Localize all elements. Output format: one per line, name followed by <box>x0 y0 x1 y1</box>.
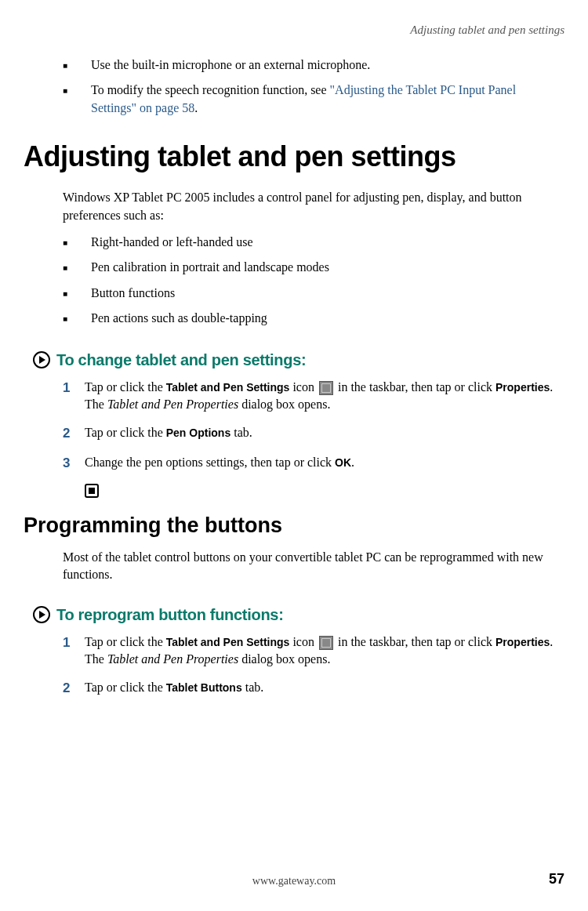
text: Change the pen options settings, then ta… <box>85 456 335 469</box>
step-text: Tap or click the Tablet and Pen Settings… <box>85 379 564 414</box>
text: Tap or click the <box>85 380 166 394</box>
footer-url: www.gateway.com <box>252 875 336 887</box>
bullet-text: Pen calibration in portrait and landscap… <box>91 259 564 276</box>
bullet-icon: ■ <box>63 234 91 251</box>
ui-label: Pen Options <box>166 426 230 439</box>
bullet-icon: ■ <box>63 285 91 302</box>
procedure-heading: To reprogram button functions: <box>33 606 564 624</box>
text: . <box>351 456 354 469</box>
tablet-pen-settings-icon <box>319 636 333 650</box>
ui-label: OK <box>335 456 351 469</box>
ui-label: Tablet Buttons <box>166 681 242 694</box>
section-heading: Adjusting tablet and pen settings <box>24 140 564 173</box>
procedure-steps: 1 Tap or click the Tablet and Pen Settin… <box>63 633 564 699</box>
body-paragraph: Most of the tablet control buttons on yo… <box>63 549 564 584</box>
step-text: Tap or click the Tablet and Pen Settings… <box>85 633 564 669</box>
text: Tap or click the <box>85 426 166 439</box>
procedure-heading: To change tablet and pen settings: <box>33 351 564 369</box>
step-item: 3 Change the pen options settings, then … <box>63 454 564 473</box>
stop-icon <box>85 484 99 498</box>
list-item: ■ To modify the speech recognition funct… <box>63 82 564 117</box>
text: in the taskbar, then tap or click <box>335 635 495 648</box>
preferences-bullet-list: ■ Right-handed or left-handed use ■ Pen … <box>63 234 564 328</box>
text: Tap or click the <box>85 635 166 648</box>
dialog-name: Tablet and Pen Properties <box>107 652 238 666</box>
procedure-title: To reprogram button functions: <box>56 606 284 624</box>
text: dialog box opens. <box>238 652 330 666</box>
step-text: Tap or click the Tablet Buttons tab. <box>85 679 564 698</box>
text: icon <box>289 635 318 648</box>
text: in the taskbar, then tap or click <box>335 380 495 394</box>
bullet-icon: ■ <box>63 310 91 327</box>
bullet-icon: ■ <box>63 259 91 276</box>
list-item: ■ Pen calibration in portrait and landsc… <box>63 259 564 276</box>
dialog-name: Tablet and Pen Properties <box>107 397 238 411</box>
step-number: 3 <box>63 454 85 473</box>
step-number: 1 <box>63 633 85 669</box>
ui-label: Properties <box>495 636 550 648</box>
play-icon <box>33 606 50 623</box>
step-item: 1 Tap or click the Tablet and Pen Settin… <box>63 633 564 669</box>
list-item: ■ Right-handed or left-handed use <box>63 234 564 251</box>
step-text: Tap or click the Pen Options tab. <box>85 424 564 443</box>
bullet-text-suffix: . <box>194 101 198 114</box>
bullet-text: To modify the speech recognition functio… <box>91 82 564 117</box>
running-head: Adjusting tablet and pen settings <box>24 24 564 37</box>
ui-label: Properties <box>495 381 550 394</box>
step-number: 2 <box>63 679 85 698</box>
list-item: ■ Pen actions such as double-tapping <box>63 310 564 327</box>
body-paragraph: Windows XP Tablet PC 2005 includes a con… <box>63 189 564 224</box>
tablet-pen-settings-icon <box>319 381 333 395</box>
bullet-text: Button functions <box>91 285 564 302</box>
page-number: 57 <box>549 871 564 887</box>
play-icon <box>33 351 50 368</box>
step-item: 2 Tap or click the Pen Options tab. <box>63 424 564 443</box>
ui-label: Tablet and Pen Settings <box>166 381 290 394</box>
step-item: 2 Tap or click the Tablet Buttons tab. <box>63 679 564 698</box>
text: icon <box>289 380 318 394</box>
procedure-title: To change tablet and pen settings: <box>56 351 306 369</box>
bullet-text-pre: To modify the speech recognition functio… <box>91 83 330 96</box>
step-item: 1 Tap or click the Tablet and Pen Settin… <box>63 379 564 414</box>
text: tab. <box>230 426 252 439</box>
list-item: ■ Use the built-in microphone or an exte… <box>63 56 564 74</box>
intro-bullet-list: ■ Use the built-in microphone or an exte… <box>63 56 564 117</box>
list-item: ■ Button functions <box>63 285 564 302</box>
procedure-steps: 1 Tap or click the Tablet and Pen Settin… <box>63 379 564 473</box>
step-text: Change the pen options settings, then ta… <box>85 454 564 473</box>
step-number: 1 <box>63 379 85 414</box>
subsection-heading: Programming the buttons <box>24 514 564 538</box>
text: dialog box opens. <box>238 397 330 411</box>
text: tab. <box>242 681 264 694</box>
page-footer: www.gateway.com 57 <box>24 871 564 887</box>
text: Tap or click the <box>85 681 166 694</box>
step-number: 2 <box>63 424 85 443</box>
bullet-icon: ■ <box>63 82 91 117</box>
bullet-icon: ■ <box>63 56 91 74</box>
ui-label: Tablet and Pen Settings <box>166 636 290 648</box>
bullet-text: Pen actions such as double-tapping <box>91 310 564 327</box>
bullet-text: Right-handed or left-handed use <box>91 234 564 251</box>
bullet-text: Use the built-in microphone or an extern… <box>91 56 564 74</box>
